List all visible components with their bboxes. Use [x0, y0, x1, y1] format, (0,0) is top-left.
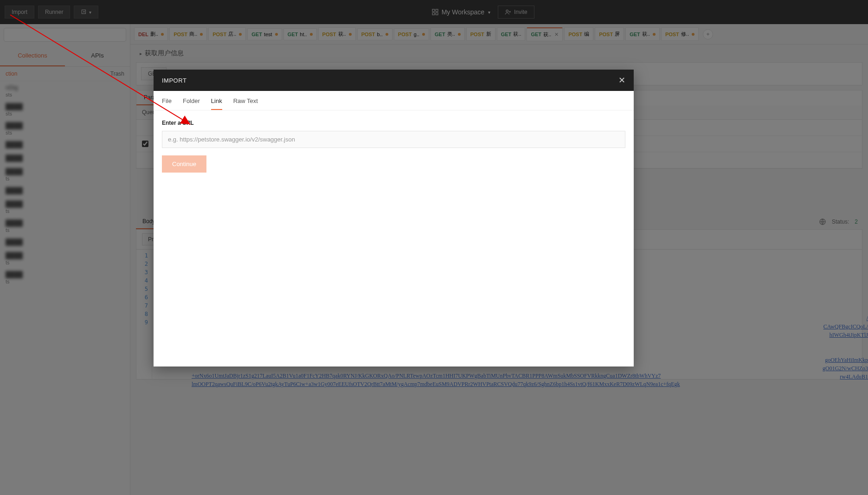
- modal-header: IMPORT ✕: [154, 70, 634, 91]
- continue-button[interactable]: Continue: [162, 155, 206, 173]
- import-tab-folder[interactable]: Folder: [183, 97, 200, 110]
- close-icon[interactable]: ✕: [618, 75, 626, 85]
- import-tab-link[interactable]: Link: [211, 97, 222, 110]
- url-label: Enter a URL: [162, 120, 625, 126]
- import-tab-file[interactable]: File: [162, 97, 172, 110]
- import-modal: IMPORT ✕ File Folder Link Raw Text Enter…: [154, 70, 634, 366]
- import-tab-raw[interactable]: Raw Text: [233, 97, 258, 110]
- url-input[interactable]: [162, 131, 625, 148]
- modal-title: IMPORT: [162, 77, 186, 84]
